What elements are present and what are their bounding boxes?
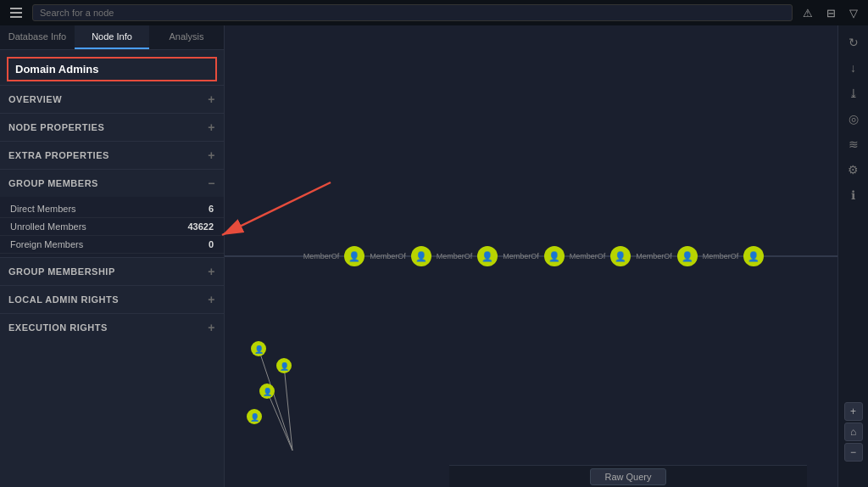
graph-node-5[interactable]: 👤: [610, 246, 631, 266]
svg-line-2: [267, 391, 292, 451]
graph-segment-7: MemberOf 👤: [698, 246, 765, 266]
zoom-out-icon[interactable]: −: [844, 443, 863, 462]
graph-nodes: MemberOf 👤 MemberOf 👤 MemberOf 👤 MemberO…: [225, 246, 837, 266]
graph-segment-3: MemberOf 👤: [431, 246, 498, 266]
graph-segment-1: MemberOf 👤: [298, 246, 365, 266]
bookmark-icon[interactable]: ⊟: [823, 5, 839, 21]
edge-label-1: MemberOf: [298, 252, 345, 260]
target-icon[interactable]: ◎: [842, 107, 865, 131]
edge-label-2: MemberOf: [364, 252, 411, 260]
execution-rights-toggle-icon: +: [208, 321, 215, 334]
raw-query-button[interactable]: Raw Query: [590, 468, 665, 485]
edge-label-7: MemberOf: [698, 252, 744, 260]
overview-toggle-icon: +: [208, 92, 215, 106]
graph-segment-2: MemberOf 👤: [364, 246, 431, 266]
alert-icon[interactable]: ⚠: [799, 5, 816, 21]
graph-node-7[interactable]: 👤: [743, 246, 764, 266]
search-input[interactable]: [32, 4, 793, 21]
filter-icon[interactable]: ▽: [846, 5, 861, 21]
direct-members-label: Direct Members: [10, 204, 76, 214]
tab-bar: Database Info Node Info Analysis: [0, 25, 224, 50]
chart-icon[interactable]: ≋: [842, 132, 865, 156]
bottom-bar: Raw Query: [449, 465, 807, 487]
group-membership-toggle-icon: +: [208, 265, 215, 278]
section-execution-rights[interactable]: EXECUTION RIGHTS +: [0, 313, 224, 341]
svg-text:👤: 👤: [250, 412, 260, 423]
node-icon-2: 👤: [411, 246, 431, 266]
download-icon[interactable]: ↓: [842, 56, 865, 80]
unrolled-members-label: Unrolled Members: [10, 221, 86, 232]
svg-text:👤: 👤: [254, 344, 264, 355]
graph-node-4[interactable]: 👤: [544, 246, 565, 266]
direct-members-row[interactable]: Direct Members 6: [0, 200, 224, 218]
svg-text:👤: 👤: [263, 387, 273, 397]
node-properties-toggle-icon: +: [208, 120, 215, 134]
download-alt-icon[interactable]: ⤓: [842, 81, 865, 105]
right-icons-panel: ↻ ↓ ⤓ ◎ ≋ ⚙ ℹ + ⌂ −: [837, 25, 868, 487]
node-icon-3: 👤: [477, 246, 498, 266]
settings-icon[interactable]: ⚙: [842, 158, 865, 182]
tab-node-info[interactable]: Node Info: [75, 25, 149, 49]
graph-segment-6: MemberOf 👤: [631, 246, 698, 266]
edge-label-5: MemberOf: [565, 252, 611, 260]
node-icon-7: 👤: [743, 246, 764, 266]
zoom-in-icon[interactable]: +: [844, 402, 863, 421]
node-title: Domain Admins: [7, 57, 217, 81]
svg-text:👤: 👤: [280, 361, 290, 372]
section-extra-properties[interactable]: EXTRA PROPERTIES +: [0, 141, 224, 169]
menu-button[interactable]: [7, 4, 25, 21]
extra-properties-toggle-icon: +: [208, 148, 215, 162]
sidebar: Database Info Node Info Analysis Domain …: [0, 25, 225, 487]
graph-node-6[interactable]: 👤: [677, 246, 698, 266]
foreign-members-value: 0: [209, 239, 214, 249]
topbar: ⚠ ⊟ ▽: [0, 0, 868, 25]
section-local-admin-rights[interactable]: LOCAL ADMIN RIGHTS +: [0, 285, 224, 313]
graph-node-2[interactable]: 👤: [411, 246, 431, 266]
node-icon-4: 👤: [544, 246, 565, 266]
node-icon-1: 👤: [344, 246, 364, 266]
user-icons-bottom: 👤 👤 👤 👤: [242, 349, 343, 462]
tab-analysis[interactable]: Analysis: [149, 25, 224, 49]
graph-segment-5: MemberOf 👤: [565, 246, 632, 266]
direct-members-value: 6: [209, 204, 214, 214]
section-node-properties[interactable]: NODE PROPERTIES +: [0, 113, 224, 141]
group-members-toggle-icon: −: [208, 176, 215, 190]
tab-database-info[interactable]: Database Info: [0, 25, 75, 49]
section-overview[interactable]: OVERVIEW +: [0, 85, 224, 113]
graph-segment-4: MemberOf 👤: [498, 246, 565, 266]
edge-label-4: MemberOf: [498, 252, 544, 260]
unrolled-members-value: 43622: [187, 221, 214, 232]
graph-area: MemberOf 👤 MemberOf 👤 MemberOf 👤 MemberO…: [225, 25, 837, 487]
unrolled-members-row[interactable]: Unrolled Members 43622: [0, 218, 224, 236]
section-group-members[interactable]: GROUP MEMBERS −: [0, 169, 224, 197]
info-icon[interactable]: ℹ: [842, 183, 865, 207]
foreign-members-row[interactable]: Foreign Members 0: [0, 236, 224, 254]
graph-node-3[interactable]: 👤: [477, 246, 498, 266]
edge-label-3: MemberOf: [431, 252, 478, 260]
edge-label-6: MemberOf: [631, 252, 677, 260]
local-admin-rights-toggle-icon: +: [208, 293, 215, 306]
foreign-members-label: Foreign Members: [10, 239, 83, 249]
node-icon-6: 👤: [677, 246, 698, 266]
refresh-icon[interactable]: ↻: [842, 31, 865, 54]
graph-node-1[interactable]: 👤: [344, 246, 364, 266]
node-icon-5: 👤: [610, 246, 631, 266]
section-group-membership[interactable]: Group Membership +: [0, 257, 224, 285]
group-members-content: Direct Members 6 Unrolled Members 43622 …: [0, 197, 224, 257]
home-icon[interactable]: ⌂: [844, 423, 863, 441]
